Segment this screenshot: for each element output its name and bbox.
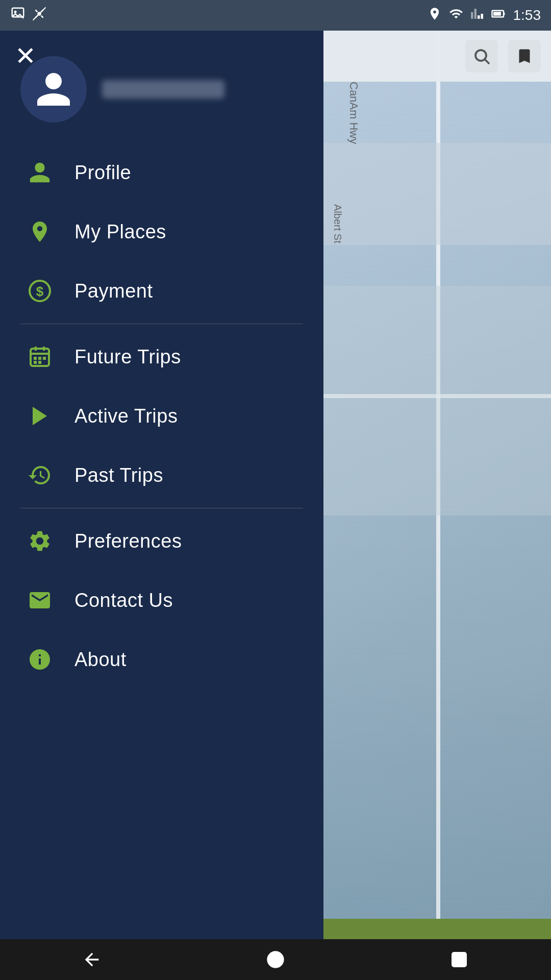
home-button[interactable] (255, 939, 296, 980)
bookmark-map-icon[interactable] (508, 40, 541, 72)
sidebar-item-future-trips[interactable]: Future Trips (0, 327, 323, 386)
svg-rect-17 (43, 357, 46, 360)
map-label-albert: Albert St (332, 204, 343, 243)
map-label-canam: CanAm Hwy (347, 82, 360, 144)
svg-rect-22 (453, 953, 466, 967)
wifi-icon (449, 7, 463, 24)
battery-icon (491, 6, 506, 25)
status-bar: 1:53 (0, 0, 551, 31)
svg-rect-19 (38, 361, 41, 364)
user-profile-section[interactable] (0, 41, 323, 138)
svg-rect-15 (34, 357, 37, 360)
sidebar-item-contact-us[interactable]: Contact Us (0, 571, 323, 630)
svg-marker-20 (33, 407, 47, 425)
person-avatar-icon (33, 69, 74, 110)
svg-rect-16 (38, 357, 41, 360)
active-trips-icon (26, 402, 54, 430)
location-icon (428, 7, 442, 24)
payment-icon: $ (26, 277, 54, 305)
map-top-bar (321, 31, 551, 82)
profile-label: Profile (74, 162, 131, 184)
profile-icon (26, 158, 54, 187)
map-section-1 (321, 143, 551, 245)
preferences-label: Preferences (74, 530, 182, 552)
svg-point-21 (268, 952, 283, 967)
user-name (102, 80, 224, 99)
status-left-icons (10, 6, 47, 25)
contact-us-icon (26, 586, 54, 615)
sidebar-item-past-trips[interactable]: Past Trips (0, 446, 323, 505)
payment-label: Payment (74, 280, 153, 302)
divider-2 (20, 508, 303, 508)
sidebar-item-profile[interactable]: Profile (0, 143, 323, 202)
image-icon (10, 6, 26, 25)
divider-1 (20, 324, 303, 324)
menu-list: Profile My Places $ Payment (0, 138, 323, 939)
svg-rect-6 (493, 12, 501, 16)
svg-line-3 (33, 7, 46, 20)
search-map-icon[interactable] (465, 40, 498, 72)
navigation-drawer: ✕ Profile My Plac (0, 31, 323, 939)
svg-text:$: $ (36, 284, 44, 299)
sidebar-item-about[interactable]: About (0, 630, 323, 689)
sidebar-item-active-trips[interactable]: Active Trips (0, 386, 323, 446)
active-trips-label: Active Trips (74, 405, 178, 427)
svg-point-1 (14, 10, 17, 13)
about-icon (26, 645, 54, 674)
back-button[interactable] (71, 939, 112, 980)
close-icon: ✕ (15, 43, 36, 69)
sidebar-item-my-places[interactable]: My Places (0, 202, 323, 261)
future-trips-label: Future Trips (74, 346, 181, 368)
past-trips-label: Past Trips (74, 464, 163, 486)
my-places-label: My Places (74, 221, 166, 243)
svg-point-7 (475, 50, 486, 61)
past-trips-icon (26, 461, 54, 489)
close-button[interactable]: ✕ (10, 41, 41, 71)
svg-line-8 (485, 59, 489, 64)
nav-bar (0, 939, 551, 980)
future-trips-icon (26, 342, 54, 371)
preferences-icon (26, 527, 54, 555)
map-section-2 (321, 286, 551, 516)
status-right-icons: 1:53 (428, 6, 541, 25)
sidebar-item-preferences[interactable]: Preferences (0, 511, 323, 571)
about-label: About (74, 649, 127, 671)
satellite-icon (32, 6, 47, 25)
time-display: 1:53 (513, 7, 541, 23)
sidebar-item-payment[interactable]: $ Payment (0, 261, 323, 321)
svg-rect-5 (504, 12, 505, 15)
my-places-icon (26, 217, 54, 246)
contact-us-label: Contact Us (74, 590, 173, 611)
signal-icon (470, 7, 484, 24)
recent-apps-button[interactable] (439, 939, 480, 980)
svg-rect-18 (34, 361, 37, 364)
